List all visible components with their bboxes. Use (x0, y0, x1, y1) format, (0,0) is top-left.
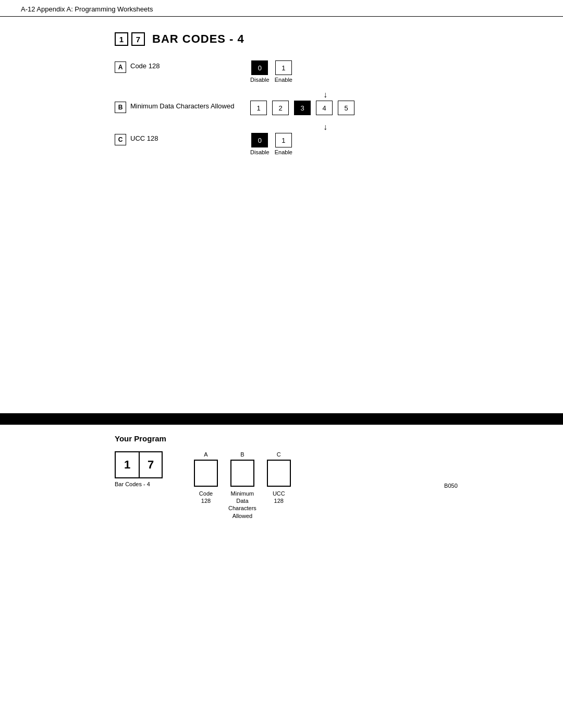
option-c-1-box[interactable]: 1 (275, 133, 292, 147)
option-a-1-box[interactable]: 1 (275, 60, 292, 75)
arrow-a-to-b: ↓ (129, 90, 521, 100)
option-a-0[interactable]: 0 Disable (250, 60, 270, 83)
entry-a: A Code128 (194, 451, 218, 505)
program-digit2: 7 (139, 451, 163, 478)
program-digits: 1 7 (115, 451, 163, 478)
title-digit1: 1 (115, 32, 128, 46)
entry-c-box[interactable] (267, 460, 291, 487)
entry-b: B MinimumDataCharactersAllowed (228, 451, 256, 520)
option-a-1-label: Enable (275, 77, 292, 83)
entry-b-bottom-label: MinimumDataCharactersAllowed (228, 490, 256, 520)
entry-c-top-label: C (277, 451, 281, 458)
arrow-b-to-c: ↓ (129, 122, 521, 132)
option-b-2[interactable]: 2 (272, 101, 289, 115)
page-title-row: 1 7 BAR CODES - 4 (115, 32, 521, 46)
section-b-row: B Minimum Data Characters Allowed 1 2 3 … (115, 101, 521, 115)
black-bar (0, 413, 563, 425)
option-c-0-label: Disable (250, 149, 270, 155)
option-c-1-label: Enable (275, 149, 292, 155)
section-c-options: 0 Disable 1 Enable (250, 133, 292, 155)
header-text: A-12 Appendix A: Programming Worksheets (21, 5, 153, 13)
b050-label: B050 (444, 483, 458, 489)
entry-b-box[interactable] (230, 460, 254, 487)
title-digit2: 7 (131, 32, 145, 46)
main-content: 1 7 BAR CODES - 4 A Code 128 0 Disable 1… (0, 17, 563, 171)
entry-a-box[interactable] (194, 460, 218, 487)
option-c-0-box[interactable]: 0 (251, 133, 268, 147)
page-title: BAR CODES - 4 (152, 32, 244, 46)
section-b-label: B (115, 102, 126, 113)
section-c-label: C (115, 134, 126, 145)
section-c-row: C UCC 128 0 Disable 1 Enable (115, 133, 521, 155)
option-c-1[interactable]: 1 Enable (275, 133, 292, 155)
option-b-1[interactable]: 1 (250, 101, 267, 115)
option-a-0-label: Disable (250, 77, 270, 83)
option-b-4[interactable]: 4 (316, 101, 333, 115)
option-b-5[interactable]: 5 (338, 101, 354, 115)
section-b-options: 1 2 3 4 5 (250, 101, 354, 115)
header-bar: A-12 Appendix A: Programming Worksheets (0, 0, 563, 17)
section-b-description: Minimum Data Characters Allowed (130, 102, 235, 110)
entry-b-top-label: B (240, 451, 244, 458)
bottom-section: Your Program 1 7 Bar Codes - 4 A (0, 413, 563, 530)
entry-c: C UCC128 (267, 451, 291, 505)
section-a-label: A (115, 61, 126, 73)
entry-c-bottom-label: UCC128 (273, 490, 285, 505)
section-c-description: UCC 128 (130, 134, 235, 142)
option-c-0[interactable]: 0 Disable (250, 133, 270, 155)
entry-a-top-label: A (204, 451, 207, 458)
entry-a-bottom-label: Code128 (199, 490, 213, 505)
option-a-0-box[interactable]: 0 (251, 60, 268, 75)
option-b-3[interactable]: 3 (294, 101, 311, 115)
your-program-area: Your Program 1 7 Bar Codes - 4 A (0, 425, 563, 530)
bar-codes-label: Bar Codes - 4 (115, 481, 150, 487)
program-digit1: 1 (115, 451, 139, 478)
section-a-description: Code 128 (130, 62, 235, 70)
section-a-options: 0 Disable 1 Enable (250, 60, 292, 83)
section-a-row: A Code 128 0 Disable 1 Enable (115, 60, 521, 83)
option-a-1[interactable]: 1 Enable (275, 60, 292, 83)
page: A-12 Appendix A: Programming Worksheets … (0, 0, 563, 728)
program-row: 1 7 Bar Codes - 4 A Code128 B (115, 451, 521, 520)
your-program-title: Your Program (115, 434, 521, 443)
